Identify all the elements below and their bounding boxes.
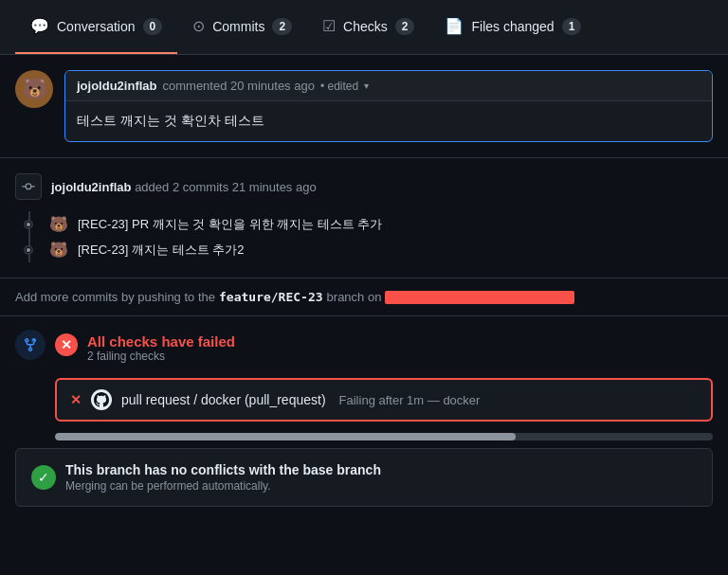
tab-checks-badge: 2 xyxy=(395,18,415,35)
check-status-title: All checks have failed xyxy=(87,333,235,350)
commit-item: 🐻 [REC-23] PR 깨지는 것 확인을 위한 깨지는 테스트 추가 xyxy=(49,211,713,237)
comment-body: jojoldu2inflab commented 20 minutes ago … xyxy=(64,70,713,142)
checks-container: ✕ All checks have failed 2 failing check… xyxy=(0,316,728,448)
no-conflict-subtitle: Merging can be performed automatically. xyxy=(65,479,381,493)
comment-username[interactable]: jojoldu2inflab xyxy=(77,79,157,93)
no-conflict-text: This branch has no conflicts with the ba… xyxy=(65,462,381,493)
github-icon xyxy=(91,389,112,410)
conversation-icon: 💬 xyxy=(30,17,49,35)
check-status-info: All checks have failed 2 failing checks xyxy=(87,333,235,363)
comment-header: jojoldu2inflab commented 20 minutes ago … xyxy=(65,71,712,101)
tab-files-label: Files changed xyxy=(471,19,554,34)
branch-info: Add more commits by pushing to the featu… xyxy=(0,279,728,316)
checks-content: ✕ All checks have failed 2 failing check… xyxy=(55,328,713,440)
commits-section: jojoldu2inflab added 2 commits 21 minute… xyxy=(0,158,728,279)
docker-check-name: pull request / docker (pull_request) xyxy=(121,392,326,407)
commits-icon: ⊙ xyxy=(192,17,205,35)
success-icon: ✓ xyxy=(31,465,56,490)
tab-conversation[interactable]: 💬 Conversation 0 xyxy=(15,0,177,54)
tab-checks-label: Checks xyxy=(343,19,388,34)
main-content: 🐻 jojoldu2inflab commented 20 minutes ag… xyxy=(0,55,728,522)
commits-header: jojoldu2inflab added 2 commits 21 minute… xyxy=(15,173,713,200)
docker-check-row[interactable]: ✕ pull request / docker (pull_request) F… xyxy=(55,378,713,422)
check-status-row: ✕ All checks have failed 2 failing check… xyxy=(55,328,713,368)
tab-bar: 💬 Conversation 0 ⊙ Commits 2 ☑ Checks 2 … xyxy=(0,0,728,55)
comment-meta: commented 20 minutes ago xyxy=(163,79,315,93)
commit-message-1[interactable]: [REC-23] PR 깨지는 것 확인을 위한 깨지는 테스트 추가 xyxy=(78,216,382,233)
commit-avatar-2: 🐻 xyxy=(49,241,68,259)
avatar: 🐻 xyxy=(15,70,53,108)
progress-bar xyxy=(55,433,713,440)
tab-conversation-label: Conversation xyxy=(57,19,136,34)
commits-username[interactable]: jojoldu2inflab xyxy=(51,180,132,194)
commit-dot-2 xyxy=(24,245,33,255)
checks-icon: ☑ xyxy=(322,17,336,35)
edited-badge: • edited xyxy=(320,80,358,93)
docker-check-status: Failing after 1m — docker xyxy=(339,393,481,407)
checks-icon-col xyxy=(15,328,46,440)
edit-dropdown-icon[interactable]: ▾ xyxy=(364,81,369,91)
tab-files-badge: 1 xyxy=(562,18,582,35)
commit-item-2: 🐻 [REC-23] 깨지는 테스트 추가2 xyxy=(49,237,713,262)
git-icon xyxy=(15,330,46,360)
commits-icon-box xyxy=(15,173,42,200)
no-conflict-title: This branch has no conflicts with the ba… xyxy=(65,462,381,477)
commit-dot-1 xyxy=(24,220,33,229)
no-conflict-section: ✓ This branch has no conflicts with the … xyxy=(15,448,713,507)
commit-avatar-1: 🐻 xyxy=(49,215,68,233)
commit-timeline: 🐻 [REC-23] PR 깨지는 것 확인을 위한 깨지는 테스트 추가 🐻 … xyxy=(28,211,713,262)
check-failing-count: 2 failing checks xyxy=(87,350,235,363)
comment-text: 테스트 깨지는 것 확인차 테스트 xyxy=(65,101,712,141)
redacted-url xyxy=(385,291,574,304)
docker-fail-icon: ✕ xyxy=(70,392,82,407)
check-fail-icon: ✕ xyxy=(55,333,78,356)
tab-conversation-badge: 0 xyxy=(143,18,163,35)
tab-commits-badge: 2 xyxy=(272,18,292,35)
files-icon: 📄 xyxy=(445,17,464,35)
progress-bar-fill xyxy=(55,433,516,440)
branch-name: feature/REC-23 xyxy=(219,290,323,304)
tab-commits-label: Commits xyxy=(212,19,264,34)
commits-meta: jojoldu2inflab added 2 commits 21 minute… xyxy=(51,180,317,194)
tab-files-changed[interactable]: 📄 Files changed 1 xyxy=(429,0,596,54)
commit-message-2[interactable]: [REC-23] 깨지는 테스트 추가2 xyxy=(78,242,245,259)
tab-checks[interactable]: ☑ Checks 2 xyxy=(307,0,429,54)
tab-commits[interactable]: ⊙ Commits 2 xyxy=(177,0,307,54)
comment-section: 🐻 jojoldu2inflab commented 20 minutes ag… xyxy=(0,55,728,158)
comment-block: 🐻 jojoldu2inflab commented 20 minutes ag… xyxy=(15,70,713,142)
